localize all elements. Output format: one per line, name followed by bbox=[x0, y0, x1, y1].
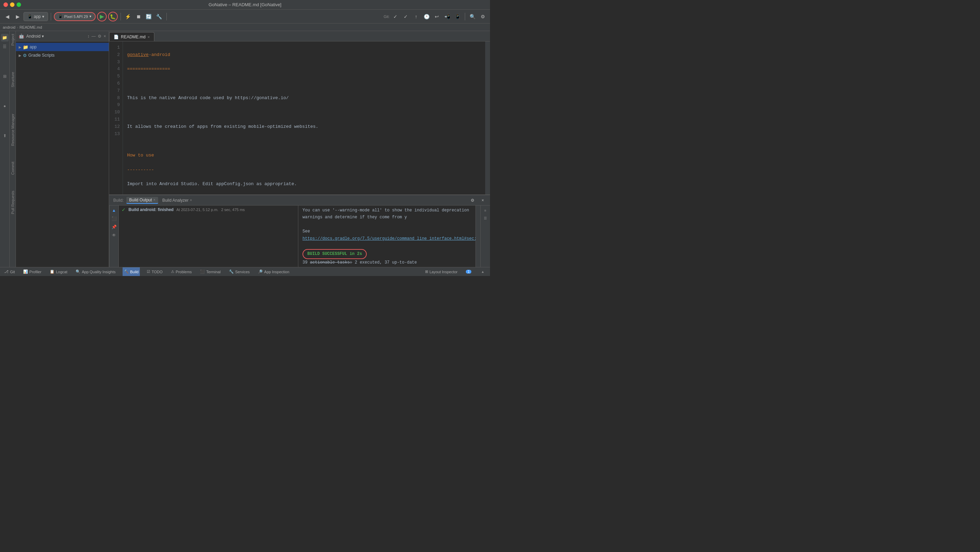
right-panel-icon2[interactable]: ☰ bbox=[482, 214, 489, 222]
project-label[interactable]: Project bbox=[11, 31, 15, 48]
git-label: Git: bbox=[383, 14, 390, 19]
build-icon: 🔨 bbox=[124, 270, 129, 274]
app-inspection-status[interactable]: 🔎 App Inspection bbox=[256, 267, 291, 276]
gradle-sync-button[interactable]: 🔧 bbox=[155, 12, 164, 21]
device-manager[interactable]: 📱 bbox=[453, 12, 462, 21]
back-button[interactable]: ◀ bbox=[3, 12, 12, 21]
resource-manager-label[interactable]: Resource Manager bbox=[11, 111, 15, 149]
breadcrumb-android[interactable]: android bbox=[3, 25, 16, 29]
breadcrumb-file[interactable]: README.md bbox=[19, 25, 42, 29]
build-analyzer-tab[interactable]: Build Analyzer × bbox=[159, 197, 195, 203]
bottom-panel-tabs: Build: Build Output × Build Analyzer × ⚙… bbox=[109, 195, 490, 206]
pull-requests-icon[interactable]: ⬆ bbox=[1, 132, 9, 140]
aqi-status[interactable]: 🔍 App Quality Insights bbox=[74, 267, 117, 276]
build-analyzer-label: Build Analyzer bbox=[162, 198, 189, 203]
notification-badge: 1 bbox=[466, 270, 471, 274]
editor-content[interactable]: 1 2 3 4 5 6 7 8 9 10 11 12 13 gona bbox=[109, 41, 490, 195]
sync-button[interactable]: 🔄 bbox=[144, 12, 153, 21]
window-controls[interactable] bbox=[3, 2, 21, 7]
badge-item[interactable]: 1 bbox=[465, 267, 473, 276]
right-panel-icon1[interactable]: ≡ bbox=[482, 207, 489, 214]
device-mirror[interactable]: 📲 bbox=[443, 12, 452, 21]
terminal-status[interactable]: ⬛ Terminal bbox=[199, 267, 222, 276]
status-bar: ⎇ Git 📊 Profiler 📋 Logcat 🔍 App Quality … bbox=[0, 267, 490, 276]
eye-icon[interactable]: 👁 bbox=[110, 232, 118, 239]
build-label: Build: bbox=[112, 197, 125, 203]
build-analyzer-close[interactable]: × bbox=[190, 198, 192, 202]
build-status-bar[interactable]: 🔨 Build bbox=[123, 267, 140, 276]
scroll-gutter[interactable] bbox=[485, 41, 490, 195]
build-output-content[interactable]: You can use '--warning-mode all' to show… bbox=[298, 206, 476, 267]
close-button[interactable] bbox=[3, 2, 8, 7]
layout-inspector-status[interactable]: ⊞ Layout Inspector bbox=[424, 267, 459, 276]
project-icon[interactable]: 📁 bbox=[1, 34, 9, 41]
git-checkmark1[interactable]: ✓ bbox=[391, 12, 400, 21]
simulator-selector[interactable]: 📱 Pixel 5 API 29 ▾ bbox=[54, 12, 95, 21]
pin-icon[interactable]: 📌 bbox=[110, 223, 118, 230]
profile-button[interactable]: ⚡ bbox=[124, 12, 133, 21]
todo-icon: ☑ bbox=[147, 270, 150, 274]
build-output-close[interactable]: × bbox=[153, 198, 155, 202]
android-dropdown[interactable]: Android ▾ bbox=[26, 34, 85, 39]
window-title: GoNative – README.md [GoNative] bbox=[208, 2, 282, 7]
build-time: 2 sec, 475 ms bbox=[221, 207, 245, 212]
code-line-8: How to use bbox=[127, 152, 481, 159]
git-history[interactable]: 🕐 bbox=[422, 12, 431, 21]
services-status[interactable]: 🔧 Services bbox=[228, 267, 251, 276]
terminal-label: Terminal bbox=[206, 270, 221, 274]
profiler-label: Profiler bbox=[29, 270, 41, 274]
forward-button[interactable]: ▶ bbox=[13, 12, 22, 21]
commit-label[interactable]: Commit bbox=[11, 159, 15, 177]
settings-button[interactable]: ⚙ bbox=[478, 12, 487, 21]
git-icon: ⎇ bbox=[4, 270, 9, 274]
app-label: app bbox=[30, 45, 37, 49]
todo-label: TODO bbox=[151, 270, 163, 274]
readme-tab[interactable]: 📄 README.md × bbox=[109, 32, 154, 41]
tab-close-btn[interactable]: × bbox=[148, 35, 150, 39]
side-panel: 🤖 Android ▾ ↕ — ⚙ × ▶ 📁 app ▶ ⚙ bbox=[16, 31, 109, 267]
tree-item-app[interactable]: ▶ 📁 app bbox=[16, 43, 109, 51]
up-arrow-icon[interactable]: ▲ bbox=[110, 207, 118, 214]
separator2 bbox=[121, 13, 121, 21]
panel-close-btn[interactable]: × bbox=[478, 196, 487, 205]
build-output-tab[interactable]: Build Output × bbox=[126, 197, 158, 204]
tree-item-gradle[interactable]: ▶ ⚙ Gradle Scripts bbox=[16, 51, 109, 59]
stop-button[interactable]: ⏹ bbox=[134, 12, 143, 21]
maximize-button[interactable] bbox=[17, 2, 21, 7]
code-line-6: It allows the creation of apps from exis… bbox=[127, 123, 481, 131]
resource-manager-icon[interactable]: ⊞ bbox=[1, 73, 9, 80]
git-push[interactable]: ↑ bbox=[412, 12, 421, 21]
git-rollback[interactable]: ↩ bbox=[432, 12, 441, 21]
stop-icon[interactable]: ⬛ bbox=[110, 215, 118, 222]
device-icon: 📱 bbox=[58, 14, 63, 19]
structure-icon[interactable]: ☰ bbox=[1, 43, 9, 50]
search-button[interactable]: 🔍 bbox=[468, 12, 477, 21]
toolbar-right: Git: ✓ ✓ ↑ 🕐 ↩ 📲 📱 🔍 ⚙ bbox=[383, 12, 487, 21]
structure-label[interactable]: Structure bbox=[11, 69, 15, 90]
debug-button[interactable]: 🐛 bbox=[108, 12, 118, 21]
minimize-button[interactable] bbox=[10, 2, 14, 7]
git-checkmark2[interactable]: ✓ bbox=[401, 12, 410, 21]
editor-area: 📄 README.md × 1 2 3 4 5 6 7 8 bbox=[109, 31, 490, 195]
pull-requests-label[interactable]: Pull Requests bbox=[11, 188, 15, 217]
close-panel-icon[interactable]: × bbox=[103, 34, 106, 39]
gradle-docs-link[interactable]: https://docs.gradle.org/7.5/userguide/co… bbox=[302, 236, 476, 241]
expand-all-icon[interactable]: ↕ bbox=[88, 34, 89, 39]
collapse-all-icon[interactable]: — bbox=[92, 34, 95, 39]
code-editor[interactable]: gonative-android ================ This i… bbox=[123, 41, 485, 195]
panel-settings-btn[interactable]: ⚙ bbox=[468, 196, 477, 205]
profiler-status[interactable]: 📊 Profiler bbox=[22, 267, 43, 276]
strikethrough-text: actionable tasks: bbox=[310, 260, 352, 265]
project-tree: ▶ 📁 app ▶ ⚙ Gradle Scripts bbox=[16, 41, 109, 267]
settings-gear-icon[interactable]: ⚙ bbox=[98, 34, 102, 39]
app-dropdown[interactable]: 📱 app ▾ bbox=[24, 12, 48, 21]
todo-status[interactable]: ☑ TODO bbox=[145, 267, 164, 276]
logcat-status[interactable]: 📋 Logcat bbox=[48, 267, 69, 276]
problems-status[interactable]: ⚠ Problems bbox=[170, 267, 193, 276]
commit-icon[interactable]: ● bbox=[1, 102, 9, 110]
breadcrumb-separator: › bbox=[17, 25, 18, 29]
run-button[interactable]: ▶ bbox=[97, 12, 107, 21]
right-scrollbar[interactable] bbox=[476, 206, 480, 267]
expand-status-btn[interactable]: ▲ bbox=[478, 267, 487, 276]
git-status[interactable]: ⎇ Git bbox=[3, 267, 16, 276]
